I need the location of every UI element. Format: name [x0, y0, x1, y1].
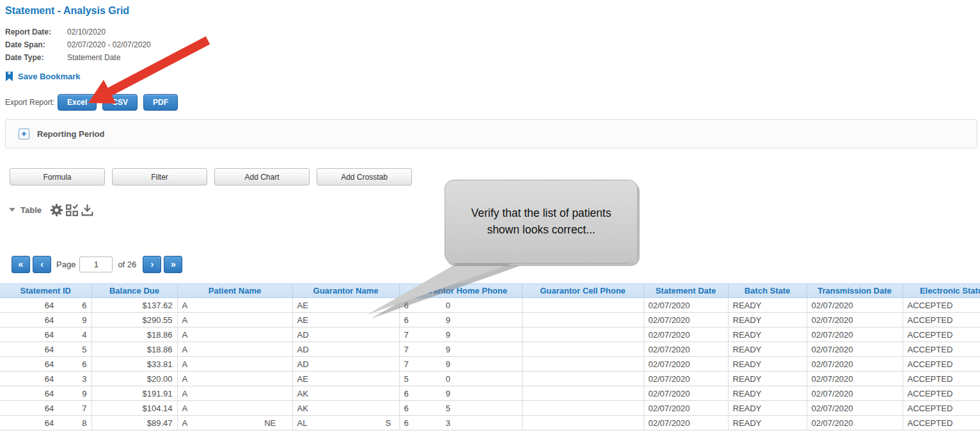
grid-cell: READY: [728, 372, 807, 386]
redacted-gap: [409, 337, 446, 338]
grid-cell: READY: [728, 386, 807, 401]
page-label: Page: [56, 260, 75, 269]
grid-cell: 648: [0, 416, 91, 430]
grid-cell: 646: [0, 298, 91, 313]
column-chooser-icon[interactable]: [65, 203, 79, 217]
grid-cell: $290.55: [91, 313, 177, 327]
grid-column-header[interactable]: Statement Date: [644, 284, 728, 298]
grid-column-header[interactable]: Statement ID: [0, 284, 91, 298]
last-page-button[interactable]: »: [164, 256, 182, 273]
grid-column-header[interactable]: Balance Due: [91, 284, 177, 298]
next-page-button[interactable]: ›: [143, 256, 161, 273]
prev-page-button[interactable]: ‹: [33, 256, 51, 273]
grid-cell: 02/07/2020: [807, 386, 903, 401]
redacted-gap: [54, 366, 82, 367]
grid-column-header[interactable]: Transmission Date: [807, 284, 903, 298]
date-span-label: Date Span:: [5, 40, 67, 49]
table-row: 643$20.00AAE5002/07/2020READY02/07/2020A…: [0, 372, 980, 386]
grid-cell: [522, 416, 644, 430]
redacted-gap: [54, 352, 82, 352]
grid-column-header[interactable]: Batch State: [728, 284, 807, 298]
grid-cell: 02/07/2020: [644, 298, 728, 313]
redacted-gap: [409, 396, 446, 397]
grid-column-header[interactable]: Guarantor Home Phone: [399, 284, 522, 298]
grid-cell: READY: [728, 327, 807, 342]
grid-header: Statement IDBalance DuePatient NameGuara…: [0, 284, 980, 298]
export-report-label: Export Report:: [5, 98, 58, 107]
report-date-value: 02/10/2020: [67, 28, 106, 36]
grid-cell: 50: [399, 372, 522, 386]
grid-cell: 02/07/2020: [807, 313, 903, 327]
grid-cell: [522, 298, 644, 313]
redacted-gap: [307, 425, 385, 426]
grid-cell: 645: [0, 342, 91, 357]
grid-cell: 02/07/2020: [807, 401, 903, 416]
report-meta: Report Date: 02/10/2020 Date Span: 02/07…: [5, 26, 151, 64]
grid-cell: AE: [292, 313, 399, 327]
grid-column-header[interactable]: Electronic Status: [903, 284, 980, 298]
redacted-gap: [409, 411, 446, 411]
grid-column-header[interactable]: Guarantor Cell Phone: [522, 284, 644, 298]
grid-cell: 02/07/2020: [644, 416, 728, 430]
grid-cell: 79: [399, 342, 522, 357]
add-crosstab-button[interactable]: Add Crosstab: [317, 168, 412, 185]
reporting-period-panel: + Reporting Period: [5, 119, 977, 148]
grid-cell: 69: [399, 313, 522, 327]
grid-cell: 63: [399, 416, 522, 430]
grid-cell: 02/07/2020: [644, 372, 728, 386]
first-page-button[interactable]: «: [12, 256, 30, 273]
table-row: 645$18.86AAD7902/07/2020READY02/07/2020A…: [0, 342, 980, 357]
formula-button[interactable]: Formula: [10, 168, 105, 185]
grid-cell: $33.81: [91, 357, 177, 372]
grid-cell: [522, 342, 644, 357]
grid-cell: 02/07/2020: [644, 401, 728, 416]
grid-cell: 65: [399, 401, 522, 416]
grid-cell: $20.00: [91, 372, 177, 386]
grid-cell: A: [177, 313, 292, 327]
save-bookmark-link[interactable]: Save Bookmark: [5, 71, 81, 82]
table-row: 649$290.55AAE6902/07/2020READY02/07/2020…: [0, 313, 980, 327]
grid-cell: 02/07/2020: [807, 342, 903, 357]
table-row: 646$137.62AAE6002/07/2020READY02/07/2020…: [0, 298, 980, 313]
grid-cell: [522, 372, 644, 386]
grid-cell: 02/07/2020: [644, 386, 728, 401]
date-type-row: Date Type: Statement Date: [5, 51, 151, 64]
grid-cell: ACCEPTED: [903, 401, 980, 416]
page-number-input[interactable]: [79, 256, 113, 272]
grid-cell: 02/07/2020: [807, 298, 903, 313]
grid-column-header[interactable]: Guarantor Name: [292, 284, 399, 298]
grid-cell: ACCEPTED: [903, 372, 980, 386]
grid-cell: A: [177, 372, 292, 386]
grid-cell: READY: [728, 416, 807, 430]
grid-column-header[interactable]: Patient Name: [177, 284, 292, 298]
grid-cell: AE: [292, 372, 399, 386]
expand-plus-icon[interactable]: +: [19, 129, 29, 139]
grid-cell: $137.62: [91, 298, 177, 313]
collapse-caret-icon[interactable]: [9, 208, 15, 212]
redacted-gap: [409, 322, 446, 323]
grid-cell: A: [177, 342, 292, 357]
grid-cell: $18.86: [91, 327, 177, 342]
grid-cell: A: [177, 386, 292, 401]
export-excel-button[interactable]: Excel: [58, 94, 97, 111]
grid-cell: ACCEPTED: [903, 342, 980, 357]
filter-button[interactable]: Filter: [112, 168, 207, 185]
export-csv-button[interactable]: CSV: [102, 94, 138, 111]
grid-cell: [522, 313, 644, 327]
export-pdf-button[interactable]: PDF: [143, 94, 178, 111]
grid-cell: ACCEPTED: [903, 357, 980, 372]
grid-cell: 79: [399, 357, 522, 372]
callout-text: Verify that the list of patients shown l…: [461, 205, 621, 238]
gear-icon[interactable]: [50, 203, 63, 217]
download-icon[interactable]: [81, 203, 94, 217]
grid-cell: ACCEPTED: [903, 298, 980, 313]
callout-bubble: Verify that the list of patients shown l…: [445, 180, 638, 264]
redacted-gap: [54, 381, 82, 382]
grid-cell: $104.14: [91, 401, 177, 416]
redacted-gap: [54, 396, 82, 397]
grid-cell: AK: [292, 401, 399, 416]
grid-cell: 60: [399, 298, 522, 313]
add-chart-button[interactable]: Add Chart: [214, 168, 310, 185]
grid-cell: ACCEPTED: [903, 386, 980, 401]
page-title: Statement - Analysis Grid: [5, 5, 129, 17]
